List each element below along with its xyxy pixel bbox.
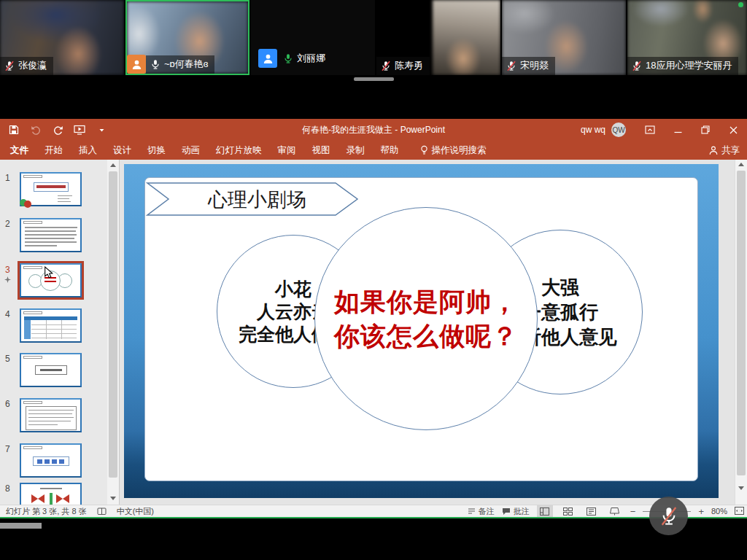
close-button[interactable]	[719, 119, 747, 141]
scroll-down-arrow[interactable]	[110, 497, 116, 500]
center-question-circle[interactable]: 如果你是阿帅， 你该怎么做呢？	[314, 207, 538, 430]
screen-share-border	[0, 517, 747, 518]
ribbon-display-options-button[interactable]	[636, 119, 664, 141]
account-name[interactable]: qw wq	[581, 125, 605, 135]
comment-icon	[502, 508, 511, 516]
redo-button[interactable]	[51, 122, 64, 137]
slide-sorter-view-button[interactable]	[560, 505, 576, 517]
tab-review[interactable]: 审阅	[270, 141, 304, 160]
left-circle-line1: 小花	[275, 278, 311, 300]
participant-name-label: 18应用心理学安丽丹	[627, 57, 738, 75]
slide-thumbnail-panel: 1 2 3	[0, 160, 120, 505]
normal-view-button[interactable]	[537, 505, 553, 517]
account-avatar[interactable]: QW	[611, 122, 626, 137]
video-strip-drag-handle[interactable]	[354, 77, 394, 81]
slide-number: 5	[5, 354, 10, 364]
question-line2: 你该怎么做呢？	[334, 319, 518, 353]
slide-thumbnail-7[interactable]	[20, 443, 82, 478]
participant-tile-video-off[interactable]: 刘丽娜	[251, 0, 375, 75]
language-indicator[interactable]: 中文(中国)	[117, 506, 154, 517]
slide-number: 6	[5, 399, 10, 409]
slide-thumbnail-5[interactable]	[20, 353, 82, 387]
avatar-badge	[127, 55, 146, 74]
tab-record[interactable]: 录制	[338, 141, 373, 160]
editing-area: 1 2 3	[0, 160, 747, 505]
tab-view[interactable]: 视图	[304, 141, 338, 160]
zoom-level[interactable]: 80%	[711, 507, 727, 516]
video-strip: 张俊瀛 ~ɒ何春艳ɞ 刘丽娜 陈寿勇 宋明燚	[0, 0, 747, 75]
slide-canvas[interactable]: 心理小剧场 小花 人云亦云 完全他人做主 大强 一意孤行 不听他人意见 如果你是…	[124, 164, 719, 498]
tab-home[interactable]: 开始	[36, 141, 71, 160]
tab-file[interactable]: 文件	[0, 141, 36, 160]
muted-mic-icon	[659, 505, 678, 527]
accessibility-check-icon[interactable]	[97, 508, 107, 516]
tab-insert[interactable]: 插入	[71, 141, 105, 160]
notes-toggle[interactable]: 备注	[468, 506, 495, 517]
mic-icon	[283, 53, 293, 64]
slide-thumbnail-4[interactable]	[20, 308, 82, 343]
slide-number: 4	[5, 309, 10, 319]
person-icon	[262, 52, 274, 65]
tell-me-search[interactable]: 操作说明搜索	[420, 144, 487, 157]
participant-tile-active-speaker[interactable]: ~ɒ何春艳ɞ	[125, 0, 249, 75]
slide-thumbnail-8[interactable]	[20, 483, 82, 505]
slide-number: 1	[5, 173, 10, 183]
ribbon-tab-row: 文件 开始 插入 设计 切换 动画 幻灯片放映 审阅 视图 录制 帮助 操作说明…	[0, 141, 747, 160]
tab-design[interactable]: 设计	[105, 141, 139, 160]
slide-number: 8	[5, 483, 10, 494]
scrollbar-thumb[interactable]	[737, 171, 746, 475]
right-circle-line1: 大强	[541, 275, 579, 300]
participant-name-label: 张俊瀛	[0, 57, 53, 75]
participant-name-label: 刘丽娜	[279, 50, 332, 68]
reading-view-button[interactable]	[584, 505, 600, 517]
tab-help[interactable]: 帮助	[373, 141, 407, 160]
mouse-cursor	[44, 266, 54, 279]
tab-slideshow[interactable]: 幻灯片放映	[208, 141, 270, 160]
save-button[interactable]	[7, 122, 20, 137]
zoom-out-button[interactable]: −	[630, 506, 636, 517]
minimize-button[interactable]	[664, 119, 692, 141]
participant-name-label: 宋明燚	[502, 57, 555, 75]
participant-tile[interactable]: 18应用心理学安丽丹	[627, 0, 747, 75]
muted-mic-icon	[4, 61, 15, 71]
share-button[interactable]: 共享	[709, 141, 740, 160]
participant-name-label: ~ɒ何春艳ɞ	[146, 55, 214, 74]
thumbnail-scrollbar[interactable]	[107, 160, 119, 505]
canvas-scrollbar[interactable]	[735, 160, 747, 505]
tab-animations[interactable]: 动画	[174, 141, 208, 160]
slide-number: 7	[5, 444, 10, 454]
participant-name: 张俊瀛	[18, 59, 47, 72]
lightbulb-icon	[420, 145, 428, 155]
scroll-up-arrow[interactable]	[110, 163, 116, 167]
participant-name: 刘丽娜	[297, 52, 325, 65]
start-slideshow-button[interactable]	[73, 122, 86, 137]
participant-name: ~ɒ何春艳ɞ	[164, 58, 208, 71]
slideshow-view-button[interactable]	[607, 505, 623, 517]
slide-thumbnail-1[interactable]	[20, 172, 82, 206]
undo-button[interactable]	[29, 122, 42, 137]
tab-transitions[interactable]: 切换	[139, 141, 174, 160]
participant-tile[interactable]: 张俊瀛	[0, 0, 124, 75]
comments-toggle[interactable]: 批注	[502, 506, 530, 517]
zoom-in-button[interactable]: +	[698, 506, 704, 517]
participant-tile[interactable]: 陈寿勇	[376, 0, 500, 75]
participant-tile[interactable]: 宋明燚	[502, 0, 626, 75]
participant-name: 18应用心理学安丽丹	[646, 59, 732, 72]
scroll-up-arrow[interactable]	[738, 163, 744, 166]
restore-button[interactable]	[692, 119, 719, 141]
fit-to-window-button[interactable]	[735, 507, 744, 516]
notes-icon	[468, 508, 476, 515]
muted-mic-icon	[381, 61, 391, 71]
scroll-down-arrow[interactable]	[738, 486, 744, 490]
slide-title[interactable]: 心理小剧场	[197, 187, 317, 213]
slide-thumbnail-2[interactable]	[20, 218, 82, 252]
person-icon	[131, 58, 143, 71]
customize-qat-dropdown[interactable]	[95, 122, 108, 137]
mic-icon	[150, 59, 160, 70]
taskbar-sliver	[0, 523, 42, 529]
scrollbar-thumb[interactable]	[109, 171, 117, 478]
slide-thumbnail-6[interactable]	[20, 398, 82, 432]
muted-mic-icon	[632, 61, 642, 71]
zoom-mute-button[interactable]	[649, 497, 688, 535]
webcam-video	[433, 0, 500, 75]
